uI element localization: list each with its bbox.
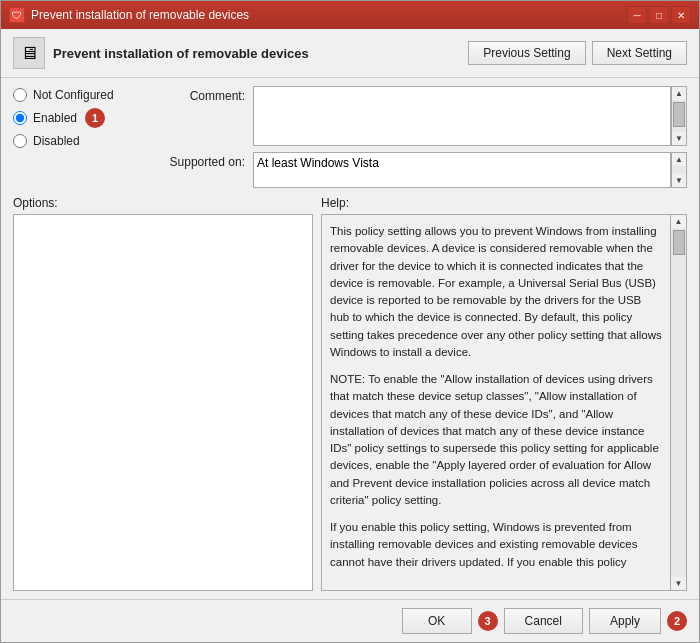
enabled-badge: 1 <box>85 108 105 128</box>
apply-with-badge: Apply 2 <box>589 608 687 634</box>
help-scroll-track <box>671 228 686 577</box>
supported-scroll-up[interactable]: ▲ <box>675 153 683 166</box>
header-buttons: Previous Setting Next Setting <box>468 41 687 65</box>
header-left: 🖥 Prevent installation of removable devi… <box>13 37 309 69</box>
bottom-panels: This policy setting allows you to preven… <box>13 214 687 591</box>
comment-scroll-down[interactable]: ▼ <box>675 132 683 145</box>
not-configured-option[interactable]: Not Configured <box>13 88 143 102</box>
comment-container: ▲ ▼ <box>253 86 687 146</box>
comment-scrollbar: ▲ ▼ <box>671 86 687 146</box>
title-bar-left: 🛡 Prevent installation of removable devi… <box>9 7 249 23</box>
policy-icon: 🖥 <box>13 37 45 69</box>
supported-row: Supported on: ▲ ▼ <box>155 152 687 188</box>
options-panel <box>13 214 313 591</box>
disabled-label: Disabled <box>33 134 80 148</box>
not-configured-label: Not Configured <box>33 88 114 102</box>
header-title: Prevent installation of removable device… <box>53 46 309 61</box>
supported-input <box>253 152 671 188</box>
section-labels: Options: Help: <box>13 196 687 210</box>
supported-container: ▲ ▼ <box>253 152 687 188</box>
ok-with-badge: OK 3 <box>402 608 498 634</box>
right-fields: Comment: ▲ ▼ Supported on: <box>155 86 687 188</box>
supported-scroll-track <box>672 166 686 174</box>
content-area: Not Configured Enabled 1 Disabled Commen… <box>1 78 699 599</box>
help-label: Help: <box>313 196 687 210</box>
close-button[interactable]: ✕ <box>671 6 691 24</box>
help-scrollbar: ▲ ▼ <box>670 215 686 590</box>
help-para-2: NOTE: To enable the "Allow installation … <box>330 371 662 509</box>
window-icon: 🛡 <box>9 7 25 23</box>
ok-button[interactable]: OK <box>402 608 472 634</box>
help-para-3: If you enable this policy setting, Windo… <box>330 519 662 571</box>
not-configured-radio[interactable] <box>13 88 27 102</box>
help-scroll-thumb <box>673 230 685 255</box>
comment-input[interactable] <box>253 86 671 146</box>
supported-label: Supported on: <box>155 152 245 169</box>
supported-scrollbar: ▲ ▼ <box>671 152 687 188</box>
help-scroll-up[interactable]: ▲ <box>675 215 683 228</box>
help-para-1: This policy setting allows you to preven… <box>330 223 662 361</box>
top-section: Not Configured Enabled 1 Disabled Commen… <box>13 86 687 188</box>
disabled-option[interactable]: Disabled <box>13 134 143 148</box>
supported-scroll-down[interactable]: ▼ <box>675 174 683 187</box>
comment-scroll-thumb <box>673 102 685 127</box>
maximize-button[interactable]: □ <box>649 6 669 24</box>
header-bar: 🖥 Prevent installation of removable devi… <box>1 29 699 78</box>
comment-row: Comment: ▲ ▼ <box>155 86 687 146</box>
badge-2: 2 <box>667 611 687 631</box>
title-bar: 🛡 Prevent installation of removable devi… <box>1 1 699 29</box>
enabled-radio[interactable] <box>13 111 27 125</box>
title-bar-controls: ─ □ ✕ <box>627 6 691 24</box>
help-scroll-down[interactable]: ▼ <box>675 577 683 590</box>
main-window: 🛡 Prevent installation of removable devi… <box>0 0 700 643</box>
badge-3: 3 <box>478 611 498 631</box>
apply-button[interactable]: Apply <box>589 608 661 634</box>
enabled-label: Enabled <box>33 111 77 125</box>
minimize-button[interactable]: ─ <box>627 6 647 24</box>
enabled-option[interactable]: Enabled 1 <box>13 108 143 128</box>
comment-scroll-track <box>672 100 686 132</box>
comment-label: Comment: <box>155 86 245 103</box>
previous-setting-button[interactable]: Previous Setting <box>468 41 585 65</box>
title-bar-title: Prevent installation of removable device… <box>31 8 249 22</box>
options-label: Options: <box>13 196 313 210</box>
next-setting-button[interactable]: Next Setting <box>592 41 687 65</box>
disabled-radio[interactable] <box>13 134 27 148</box>
help-panel-outer: This policy setting allows you to preven… <box>321 214 687 591</box>
comment-scroll-up[interactable]: ▲ <box>675 87 683 100</box>
radio-group: Not Configured Enabled 1 Disabled <box>13 86 143 188</box>
cancel-button[interactable]: Cancel <box>504 608 583 634</box>
footer: OK 3 Cancel Apply 2 <box>1 599 699 642</box>
help-content: This policy setting allows you to preven… <box>322 215 670 590</box>
